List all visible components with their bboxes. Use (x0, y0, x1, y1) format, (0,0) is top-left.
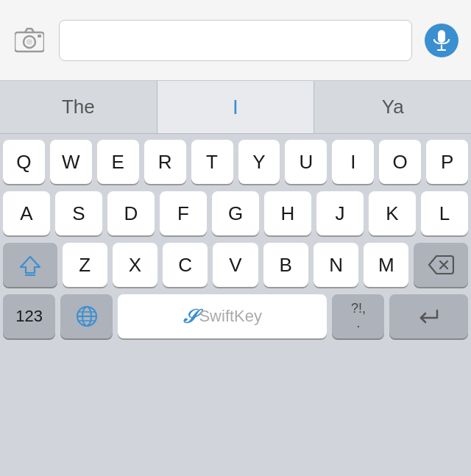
num-key[interactable]: 123 (3, 294, 55, 338)
mic-circle (425, 24, 458, 57)
key-p[interactable]: P (426, 140, 468, 184)
key-w[interactable]: W (50, 140, 92, 184)
key-o[interactable]: O (379, 140, 421, 184)
key-z[interactable]: Z (63, 243, 107, 287)
space-key[interactable]: 𝒮 SwiftKey (118, 294, 327, 338)
special-chars-key[interactable]: ?!,. (332, 294, 384, 338)
prediction-the[interactable]: The (0, 81, 157, 133)
key-s[interactable]: S (55, 191, 102, 235)
key-l[interactable]: L (421, 191, 468, 235)
key-e[interactable]: E (97, 140, 139, 184)
key-row-1: Q W E R T Y U I O P (3, 140, 468, 184)
key-u[interactable]: U (285, 140, 327, 184)
key-q[interactable]: Q (3, 140, 45, 184)
keyboard: Q W E R T Y U I O P A S D F G H J K L Z … (0, 134, 471, 338)
svg-marker-7 (21, 257, 40, 273)
svg-rect-4 (438, 30, 445, 43)
key-x[interactable]: X (113, 243, 157, 287)
key-j[interactable]: J (316, 191, 364, 235)
key-h[interactable]: H (264, 191, 311, 235)
search-input[interactable] (59, 20, 412, 61)
key-y[interactable]: Y (238, 140, 280, 184)
key-k[interactable]: K (369, 191, 416, 235)
key-r[interactable]: R (144, 140, 186, 184)
key-n[interactable]: N (314, 243, 358, 287)
key-f[interactable]: F (160, 191, 207, 235)
key-g[interactable]: G (212, 191, 259, 235)
mic-button[interactable] (421, 20, 462, 61)
key-a[interactable]: A (3, 191, 50, 235)
svg-rect-3 (38, 35, 41, 38)
key-d[interactable]: D (107, 191, 155, 235)
top-bar (0, 0, 471, 81)
key-m[interactable]: M (364, 243, 408, 287)
prediction-bar: The I Ya (0, 81, 471, 134)
globe-key[interactable] (60, 294, 113, 338)
prediction-i[interactable]: I (157, 81, 315, 133)
prediction-ya[interactable]: Ya (314, 81, 471, 133)
key-b[interactable]: B (263, 243, 308, 287)
shift-key[interactable] (3, 243, 57, 287)
key-t[interactable]: T (191, 140, 233, 184)
key-row-2: A S D F G H J K L (3, 191, 468, 235)
camera-button[interactable] (9, 20, 50, 61)
key-row-3: Z X C V B N M (3, 243, 468, 287)
svg-point-2 (26, 39, 32, 45)
return-key[interactable] (389, 294, 468, 338)
key-v[interactable]: V (213, 243, 258, 287)
key-c[interactable]: C (163, 243, 208, 287)
key-i[interactable]: I (332, 140, 374, 184)
backspace-key[interactable] (414, 243, 468, 287)
key-row-bottom: 123 𝒮 SwiftKey ?!,. (3, 294, 468, 338)
